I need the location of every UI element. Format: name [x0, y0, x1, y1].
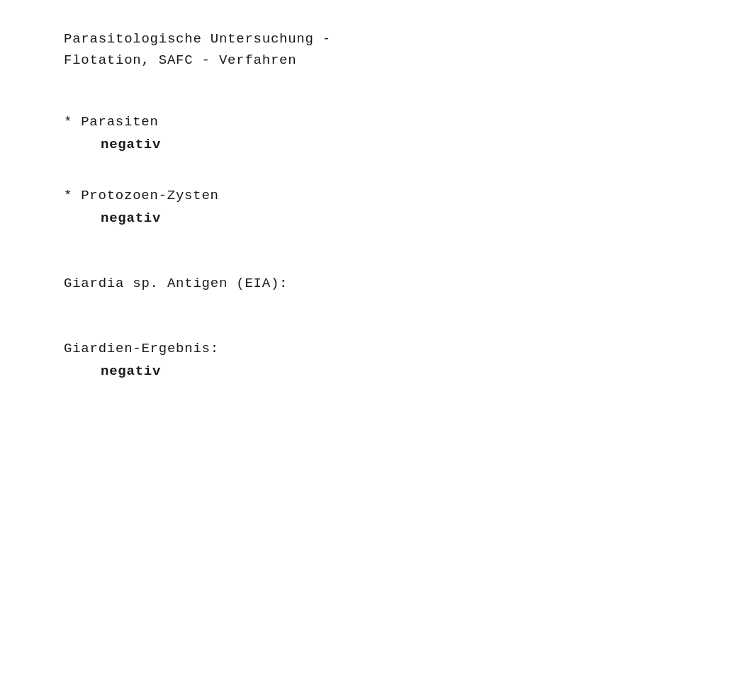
- parasiten-value: negativ: [101, 137, 681, 152]
- title-block: Parasitologische Untersuchung - Flotatio…: [64, 28, 681, 72]
- giardien-label: Giardien-Ergebnis:: [64, 341, 681, 356]
- parasiten-label: Parasiten: [81, 114, 158, 130]
- protozoen-label: Protozoen-Zysten: [81, 188, 219, 203]
- protozoen-bullet: *: [64, 188, 72, 203]
- title-line-1: Parasitologische Untersuchung -: [64, 28, 681, 50]
- protozoen-section: * Protozoen-Zysten negativ: [64, 188, 681, 226]
- protozoen-row: * Protozoen-Zysten: [64, 188, 681, 203]
- ergebnis-block: Giardien-Ergebnis: negativ: [64, 341, 681, 379]
- parasiten-bullet: *: [64, 114, 72, 130]
- giardia-block: Giardia sp. Antigen (EIA):: [64, 276, 681, 291]
- protozoen-value: negativ: [101, 210, 681, 226]
- giardien-value: negativ: [101, 363, 681, 379]
- title-line-2: Flotation, SAFC - Verfahren: [64, 50, 681, 71]
- giardia-label: Giardia sp. Antigen (EIA):: [64, 276, 681, 291]
- parasiten-section: * Parasiten negativ: [64, 114, 681, 152]
- parasiten-row: * Parasiten: [64, 114, 681, 130]
